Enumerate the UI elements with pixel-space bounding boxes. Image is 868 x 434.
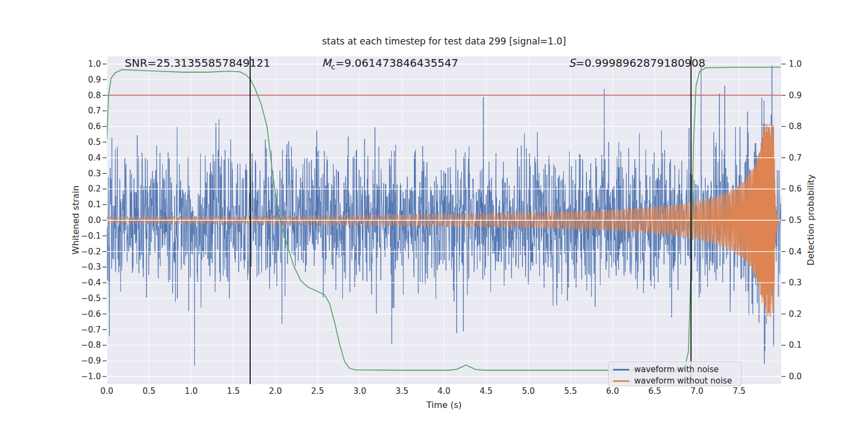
legend-label: waveform without noise [634,376,732,386]
x-tick-label: 4.0 [429,386,459,396]
y-tick-label-left: −0.3 [68,262,101,272]
legend-swatch-blue [613,369,629,371]
x-tick-label: 4.5 [471,386,501,396]
annotation-significance-label: S [569,56,576,69]
y-tick-label-right: 0.1 [789,340,821,350]
legend-swatch-orange [613,380,629,382]
annotation-significance: S=0.9998962879180908 [569,56,705,71]
y-tick-label-right: 0.8 [789,122,821,131]
y-tick-label-left: −0.8 [68,340,101,350]
y-tick-label-right: 0.2 [789,309,821,319]
annotation-significance-eq: = [576,56,585,69]
x-axis-label: Time (s) [107,400,781,410]
legend-entry-noise: waveform with noise [613,364,719,375]
y-tick-label-right: 0.9 [789,91,821,100]
y-tick-label-left: 0.4 [68,153,101,163]
y-tick-label-left: −0.7 [68,325,101,335]
y-tick-label-left: 0.5 [68,137,101,147]
annotation-snr-value: 25.31355857849121 [156,56,270,69]
annotation-snr: SNR=25.31355857849121 [125,56,270,71]
legend-label: waveform with noise [634,365,719,374]
legend: waveform with noise waveform without noi… [608,361,742,386]
y-tick-label-left: 0.7 [68,106,101,116]
x-tick-label: 0.0 [92,386,122,396]
y-tick-label-left: 0.1 [68,200,101,209]
x-tick-label: 5.0 [513,386,544,396]
legend-entry-clean: waveform without noise [613,375,732,386]
annotation-chirp-mass-sub: c [331,62,335,71]
y-tick-label-right: 0.0 [789,372,821,381]
y-tick-label-left: −0.2 [68,247,101,257]
y-tick-label-left: 0.6 [68,122,101,131]
y-tick-label-left: 0.2 [68,184,101,194]
x-tick-label: 7.0 [682,386,712,396]
x-tick-label: 6.5 [640,386,670,396]
y-tick-label-right: 0.6 [789,184,821,194]
y-tick-label-left: −0.6 [68,309,101,319]
x-tick-label: 7.5 [724,386,754,396]
y-tick-label-left: −0.4 [68,278,101,288]
annotation-chirp-mass-value: 9.061473846435547 [344,56,458,69]
y-tick-label-right: 0.4 [789,247,821,257]
y-tick-label-left: 1.0 [68,59,101,69]
annotation-chirp-mass: Mc=9.061473846435547 [322,56,458,71]
y-tick-label-left: −0.5 [68,293,101,303]
y-tick-label-left: 0.9 [68,75,101,85]
x-tick-label: 1.5 [218,386,248,396]
x-tick-label: 3.0 [344,386,375,396]
y-tick-label-right: 1.0 [789,59,821,69]
annotation-chirp-mass-label: M [322,56,331,69]
chart-title: stats at each timestep for test data 299… [107,36,781,47]
y-tick-label-right: 0.5 [789,215,821,225]
annotation-snr-label: SNR [125,56,148,69]
x-tick-label: 5.5 [556,386,586,396]
x-tick-label: 2.5 [302,386,333,396]
x-tick-label: 0.5 [134,386,164,396]
y-tick-label-left: −0.9 [68,356,101,366]
x-tick-label: 1.0 [176,386,206,396]
y-tick-label-right: 0.7 [789,153,821,163]
annotation-significance-value: 0.9998962879180908 [584,56,705,69]
y-tick-label-left: 0.0 [68,215,101,225]
annotation-snr-eq: = [148,56,157,69]
y-tick-label-left: −0.1 [68,231,101,241]
y-tick-label-left: 0.8 [68,91,101,100]
y-tick-label-left: −1.0 [68,372,101,381]
x-tick-label: 2.0 [260,386,291,396]
x-tick-label: 6.0 [597,386,628,396]
x-tick-label: 3.5 [387,386,417,396]
annotation-chirp-mass-eq: = [335,56,344,69]
y-tick-label-left: 0.3 [68,169,101,178]
figure: stats at each timestep for test data 299… [0,0,868,434]
y-tick-label-right: 0.3 [789,278,821,288]
